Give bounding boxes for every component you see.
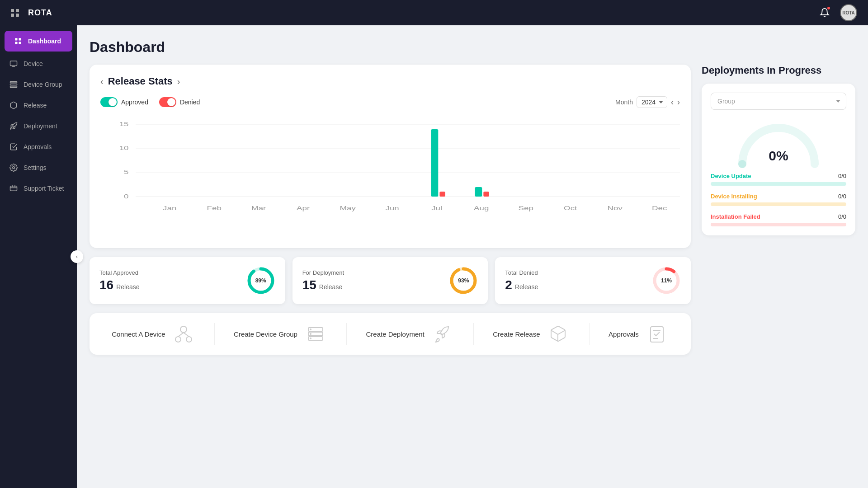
svg-text:Aug: Aug (474, 205, 489, 211)
donut-deployment: 93% (449, 266, 478, 295)
sidebar-item-label: Device Group (24, 81, 62, 88)
dep-progress-bar-device-update (711, 182, 846, 186)
action-label: Create Release (493, 330, 540, 338)
sidebar-item-deployment[interactable]: Deployment (0, 116, 77, 136)
deployments-title: Deployments In Progress (702, 65, 855, 76)
notification-badge (826, 6, 831, 10)
svg-text:Apr: Apr (297, 205, 310, 211)
dep-stat-label-device-installing: Device Installing (711, 193, 757, 200)
svg-rect-3 (19, 42, 21, 44)
chart-next-arrow[interactable]: › (677, 98, 680, 107)
page-title: Dashboard (90, 39, 855, 56)
sidebar-item-approvals[interactable]: Approvals (0, 136, 77, 157)
app-name: ROTA (28, 8, 52, 18)
dep-stat-value-device-installing: 0/0 (838, 193, 846, 200)
support-ticket-icon (9, 184, 18, 193)
create-device-group-icon (304, 322, 327, 346)
main-content: Dashboard ‹ Release Stats › (77, 25, 868, 488)
sidebar-item-label: Support Ticket (24, 185, 64, 192)
stat-label: Total Denied (505, 269, 538, 276)
svg-point-42 (180, 326, 187, 333)
connect-device-icon (172, 322, 195, 346)
stat-card-approved: Total Approved 16 Release 89% (90, 257, 285, 304)
sidebar-item-release[interactable]: Release (0, 95, 77, 116)
stat-card-denied: Total Denied 2 Release 11% (495, 257, 691, 304)
sidebar-item-support-ticket[interactable]: Support Ticket (0, 178, 77, 199)
stat-number: 15 (302, 278, 316, 292)
svg-rect-0 (15, 38, 17, 40)
toggle-denied[interactable] (159, 97, 176, 107)
bar-chart: 15 10 5 0 Jan Feb Mar Apr May Jun Jul (100, 115, 680, 237)
deployment-stat-device-update: Device Update 0/0 (711, 173, 846, 186)
svg-rect-4 (10, 61, 17, 66)
action-divider (589, 323, 590, 345)
dep-stat-label-installation-failed: Installation Failed (711, 213, 760, 220)
action-connect-device[interactable]: Connect A Device (112, 322, 195, 346)
svg-rect-1 (19, 38, 21, 40)
sidebar-item-device-group[interactable]: Device Group (0, 74, 77, 95)
create-deployment-icon (431, 322, 454, 346)
svg-point-50 (310, 328, 311, 330)
device-group-icon (9, 80, 18, 89)
dep-stat-value-installation-failed: 0/0 (838, 213, 846, 220)
donut-text: 11% (661, 277, 672, 284)
deployment-stat-device-installing: Device Installing 0/0 (711, 193, 846, 206)
svg-text:Sep: Sep (518, 205, 533, 211)
svg-text:Mar: Mar (251, 205, 266, 211)
next-arrow[interactable]: › (177, 76, 180, 87)
prev-arrow[interactable]: ‹ (100, 76, 104, 87)
chart-prev-arrow[interactable]: ‹ (671, 98, 674, 107)
deployments-card: Group 0% (702, 84, 855, 235)
action-create-device-group[interactable]: Create Device Group (234, 322, 327, 346)
donut-approved: 89% % (246, 266, 275, 295)
legend-denied: Denied (159, 97, 200, 107)
donut-denied: 11% (652, 266, 681, 295)
sidebar-item-device[interactable]: Device (0, 53, 77, 74)
year-select[interactable]: 2024 (637, 96, 667, 108)
donut-text: 89% (255, 277, 266, 284)
sidebar-item-dashboard[interactable]: Dashboard (5, 31, 72, 52)
svg-text:Jun: Jun (386, 205, 399, 211)
svg-rect-35 (483, 192, 489, 197)
sidebar-item-settings[interactable]: Settings (0, 157, 77, 178)
svg-rect-7 (10, 81, 17, 83)
toggle-approved[interactable] (100, 97, 118, 107)
chart-svg: 15 10 5 0 Jan Feb Mar Apr May Jun Jul (100, 115, 680, 237)
sidebar-item-label: Release (24, 102, 47, 109)
action-approvals[interactable]: Approvals (609, 322, 669, 346)
topbar: ROTA ROTA (0, 0, 868, 25)
deployment-stat-installation-failed: Installation Failed 0/0 (711, 213, 846, 226)
dep-progress-bar-installation-failed (711, 223, 846, 226)
sidebar-collapse-button[interactable]: ‹ (71, 250, 83, 263)
stat-card-deployment: For Deployment 15 Release 93% (292, 257, 488, 304)
stat-value-approved: 16 Release (99, 278, 140, 292)
donut-text: 93% (458, 277, 469, 284)
stat-number: 16 (99, 278, 113, 292)
svg-text:10: 10 (119, 145, 129, 151)
svg-point-43 (175, 337, 181, 342)
dep-stat-value-device-update: 0/0 (838, 173, 846, 179)
notification-bell[interactable] (816, 5, 833, 21)
svg-point-52 (310, 338, 311, 339)
sidebar-item-label: Settings (24, 164, 47, 171)
user-avatar[interactable]: ROTA (840, 4, 857, 21)
action-create-release[interactable]: Create Release (493, 322, 570, 346)
svg-text:Oct: Oct (564, 205, 577, 211)
action-create-deployment[interactable]: Create Deployment (366, 322, 454, 346)
stat-label: For Deployment (302, 269, 344, 276)
dep-progress-bar-device-installing (711, 202, 846, 206)
approvals-icon (9, 142, 18, 151)
svg-text:Nov: Nov (607, 205, 622, 211)
action-divider (346, 323, 347, 345)
stat-sub: Release (319, 283, 342, 291)
sidebar-item-label: Dashboard (28, 38, 61, 45)
quick-actions: Connect A Device (90, 313, 691, 355)
svg-point-10 (13, 167, 15, 169)
create-release-icon (547, 322, 570, 346)
svg-rect-2 (15, 42, 17, 44)
sidebar-nav: Dashboard Device Device Group (0, 25, 77, 488)
group-select[interactable]: Group (711, 93, 846, 110)
approvals-action-icon (645, 322, 669, 346)
stat-info: For Deployment 15 Release (302, 269, 344, 292)
gauge-percent: 0% (769, 148, 788, 164)
